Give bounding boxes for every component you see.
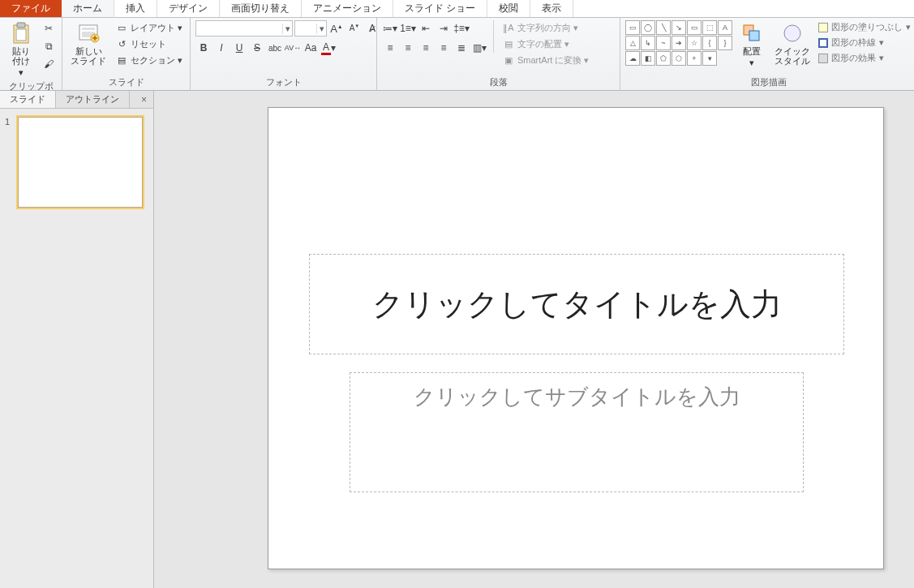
bold-button[interactable]: B bbox=[195, 40, 212, 56]
shape-brace2[interactable]: } bbox=[718, 36, 732, 50]
font-color-icon: A bbox=[321, 41, 331, 55]
spacing-icon: AV↔ bbox=[285, 44, 301, 52]
align-left-button[interactable]: ≡ bbox=[382, 40, 398, 56]
shape-process[interactable]: ⬚ bbox=[702, 20, 717, 35]
bullets-icon: ≔ bbox=[383, 23, 393, 34]
decrease-indent-button[interactable]: ⇤ bbox=[418, 20, 434, 36]
group-label-font: フォント bbox=[195, 75, 371, 88]
text-align-button[interactable]: ▤文字の配置 ▾ bbox=[500, 36, 591, 51]
shape-callout[interactable]: ◧ bbox=[641, 51, 655, 66]
reset-button[interactable]: ↺リセット bbox=[113, 36, 185, 51]
underline-button[interactable]: U bbox=[231, 40, 247, 56]
tab-slideshow[interactable]: スライド ショー bbox=[393, 0, 487, 17]
tab-animations[interactable]: アニメーション bbox=[302, 0, 393, 17]
new-slide-button[interactable]: 新しい スライド bbox=[67, 20, 109, 67]
arrange-button[interactable]: 配置 ▾ bbox=[736, 20, 768, 69]
shape-line[interactable]: ╲ bbox=[656, 20, 671, 35]
align-center-icon: ≡ bbox=[405, 42, 410, 54]
shape-brace[interactable]: { bbox=[702, 36, 717, 50]
shape-curve[interactable]: ~ bbox=[656, 36, 671, 50]
close-pane-button[interactable]: × bbox=[135, 91, 153, 108]
tab-design[interactable]: デザイン bbox=[157, 0, 220, 17]
text-align-icon: ▤ bbox=[502, 37, 515, 50]
font-name-combo[interactable]: ▾ bbox=[195, 20, 293, 36]
columns-button[interactable]: ▥▾ bbox=[471, 40, 487, 56]
bullets-button[interactable]: ≔▾ bbox=[382, 20, 398, 36]
shape-plus[interactable]: + bbox=[687, 51, 702, 66]
slide-canvas-area[interactable]: クリックしてタイトルを入力 クリックしてサブタイトルを入力 bbox=[154, 91, 914, 588]
slide-thumbnail-1[interactable] bbox=[18, 117, 143, 208]
layout-button[interactable]: ▭レイアウト ▾ bbox=[113, 20, 185, 35]
line-spacing-icon: ‡≡ bbox=[453, 23, 465, 34]
numbering-button[interactable]: 1≡▾ bbox=[400, 20, 416, 36]
shape-arrow[interactable]: ↘ bbox=[672, 20, 686, 35]
shape-outline-button[interactable]: 図形の枠線 ▾ bbox=[817, 36, 912, 49]
font-size-combo[interactable]: ▾ bbox=[294, 20, 327, 36]
tab-file[interactable]: ファイル bbox=[0, 0, 62, 17]
shape-rightarrow[interactable]: ➔ bbox=[672, 36, 686, 50]
group-clipboard: 貼り付け ▾ ✂ ⧉ 🖌 クリップボード bbox=[0, 18, 62, 90]
smartart-button[interactable]: ▣SmartArt に変換 ▾ bbox=[500, 53, 591, 67]
paste-dropdown[interactable]: ▾ bbox=[19, 67, 24, 77]
outdent-icon: ⇤ bbox=[422, 23, 430, 34]
copy-button[interactable]: ⧉ bbox=[41, 38, 57, 54]
shape-star[interactable]: ☆ bbox=[687, 36, 702, 50]
shape-rect2[interactable]: ▭ bbox=[687, 20, 702, 35]
group-label-drawing: 図形描画 bbox=[625, 75, 912, 88]
slides-tab[interactable]: スライド bbox=[0, 91, 56, 108]
increase-indent-button[interactable]: ⇥ bbox=[436, 20, 452, 36]
char-spacing-button[interactable]: AV↔ bbox=[285, 40, 301, 56]
shrink-font-button[interactable]: A▼ bbox=[346, 20, 363, 36]
justify-button[interactable]: ≡ bbox=[436, 40, 452, 56]
distribute-button[interactable]: ≣ bbox=[453, 40, 470, 56]
shape-cloud[interactable]: ☁ bbox=[625, 51, 640, 66]
shape-fill-button[interactable]: 図形の塗りつぶし ▾ bbox=[817, 20, 912, 34]
arrange-dropdown[interactable]: ▾ bbox=[749, 58, 754, 67]
grow-font-button[interactable]: A▲ bbox=[328, 20, 345, 36]
columns-icon: ▥ bbox=[473, 42, 482, 54]
shape-oval[interactable]: ◯ bbox=[641, 20, 655, 35]
shape-textbox[interactable]: A bbox=[718, 20, 732, 35]
title-placeholder[interactable]: クリックしてタイトルを入力 bbox=[309, 254, 844, 354]
change-case-button[interactable]: Aa bbox=[303, 40, 319, 56]
shape-elbow[interactable]: ↳ bbox=[641, 36, 655, 50]
workspace: スライド アウトライン × 1 クリックしてタイトルを入力 クリックしてサブタイ… bbox=[0, 91, 914, 588]
format-painter-button[interactable]: 🖌 bbox=[41, 56, 57, 72]
paste-button[interactable]: 貼り付け ▾ bbox=[5, 20, 37, 79]
subtitle-placeholder[interactable]: クリックしてサブタイトルを入力 bbox=[350, 372, 804, 492]
outline-tab[interactable]: アウトライン bbox=[56, 91, 130, 108]
align-left-icon: ≡ bbox=[387, 42, 393, 54]
tab-view[interactable]: 表示 bbox=[530, 0, 573, 17]
indent-icon: ⇥ bbox=[440, 23, 448, 34]
smartart-icon: ▣ bbox=[502, 54, 515, 67]
align-center-button[interactable]: ≡ bbox=[400, 40, 416, 56]
line-spacing-button[interactable]: ‡≡▾ bbox=[453, 20, 470, 36]
shape-effects-button[interactable]: 図形の効果 ▾ bbox=[817, 51, 912, 65]
font-color-button[interactable]: A ▾ bbox=[320, 40, 337, 56]
cut-button[interactable]: ✂ bbox=[41, 20, 57, 36]
chevron-down-icon: ▾ bbox=[316, 24, 326, 34]
tab-home[interactable]: ホーム bbox=[62, 0, 114, 17]
shape-rect[interactable]: ▭ bbox=[625, 20, 640, 35]
strike-button[interactable]: S bbox=[249, 40, 265, 56]
shapes-gallery[interactable]: ▭ ◯ ╲ ↘ ▭ ⬚ A △ ↳ ~ ➔ ☆ { } ☁ ◧ ⬠ ⬡ + ▾ bbox=[625, 20, 732, 66]
group-paragraph: ≔▾ 1≡▾ ⇤ ⇥ ‡≡▾ ≡ ≡ ≡ ≡ ≣ ▥▾ ‖A文字列の方向 ▾ bbox=[377, 18, 620, 90]
shadow-button[interactable]: abc bbox=[267, 40, 283, 56]
subtitle-placeholder-text: クリックしてサブタイトルを入力 bbox=[414, 383, 740, 411]
italic-button[interactable]: I bbox=[213, 40, 230, 56]
clipboard-icon bbox=[10, 22, 32, 45]
svg-rect-10 bbox=[749, 31, 759, 41]
section-button[interactable]: ▤セクション ▾ bbox=[113, 53, 185, 67]
shape-pent[interactable]: ⬠ bbox=[656, 51, 671, 66]
tab-insert[interactable]: 挿入 bbox=[114, 0, 157, 17]
quick-styles-button[interactable]: クイック スタイル bbox=[771, 20, 813, 67]
text-direction-button[interactable]: ‖A文字列の方向 ▾ bbox=[500, 20, 591, 35]
text-direction-icon: ‖A bbox=[502, 21, 515, 34]
shape-hex[interactable]: ⬡ bbox=[672, 51, 686, 66]
tab-review[interactable]: 校閲 bbox=[487, 0, 530, 17]
tab-transitions[interactable]: 画面切り替え bbox=[220, 0, 302, 17]
shape-tri[interactable]: △ bbox=[625, 36, 640, 50]
align-right-button[interactable]: ≡ bbox=[418, 40, 434, 56]
shape-more[interactable]: ▾ bbox=[702, 51, 717, 66]
effects-icon bbox=[818, 54, 828, 63]
